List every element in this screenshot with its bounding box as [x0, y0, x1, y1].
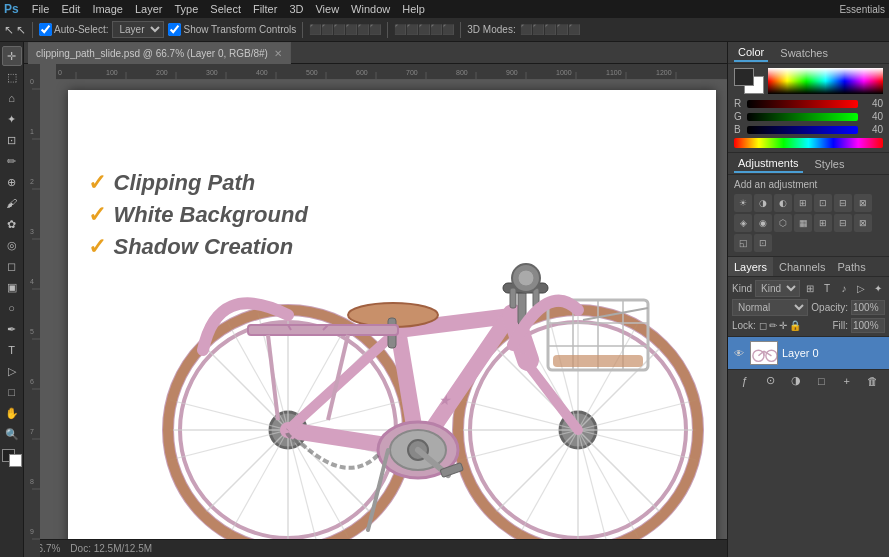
- exposure-adj-icon[interactable]: ⊞: [794, 194, 812, 212]
- fg-bg-colors[interactable]: [2, 449, 22, 469]
- menu-file[interactable]: File: [27, 0, 55, 18]
- invert-adj-icon[interactable]: ⊞: [814, 214, 832, 232]
- text-tool[interactable]: T: [2, 340, 22, 360]
- styles-tab[interactable]: Styles: [811, 156, 849, 172]
- fill-input[interactable]: [851, 318, 885, 333]
- color-tab[interactable]: Color: [734, 44, 768, 62]
- spot-heal-tool[interactable]: ⊕: [2, 172, 22, 192]
- eraser-tool[interactable]: ◻: [2, 256, 22, 276]
- menu-type[interactable]: Type: [170, 0, 204, 18]
- gradmap-adj-icon[interactable]: ◱: [734, 234, 752, 252]
- svg-text:★: ★: [438, 392, 452, 408]
- add-mask-btn[interactable]: ⊙: [762, 373, 778, 389]
- lock-all-icon[interactable]: 🔒: [789, 320, 801, 331]
- zoom-tool[interactable]: 🔍: [2, 424, 22, 444]
- auto-select-dropdown[interactable]: Layer: [112, 21, 164, 38]
- dodge-tool[interactable]: ○: [2, 298, 22, 318]
- background-color[interactable]: [9, 454, 22, 467]
- layer-0-item[interactable]: 👁 Layer 0: [728, 337, 889, 369]
- fg-bg-swatch[interactable]: [734, 68, 764, 94]
- opacity-input[interactable]: [851, 300, 885, 315]
- layers-tab[interactable]: Layers: [728, 257, 773, 276]
- g-slider[interactable]: [747, 113, 858, 121]
- menu-3d[interactable]: 3D: [284, 0, 308, 18]
- menu-window[interactable]: Window: [346, 0, 395, 18]
- lock-transparent-icon[interactable]: ◻: [759, 320, 767, 331]
- layer-visibility-toggle[interactable]: 👁: [732, 346, 746, 360]
- layer-icon-2[interactable]: T: [820, 282, 834, 296]
- move-tool[interactable]: ✛: [2, 46, 22, 66]
- clone-tool[interactable]: ✿: [2, 214, 22, 234]
- kind-dropdown[interactable]: Kind: [755, 280, 800, 297]
- channels-tab[interactable]: Channels: [773, 257, 831, 276]
- selectcolor-adj-icon[interactable]: ⊡: [754, 234, 772, 252]
- colorlookup-adj-icon[interactable]: ▦: [794, 214, 812, 232]
- add-adjustment-btn[interactable]: ◑: [788, 373, 804, 389]
- vibrance-adj-icon[interactable]: ⊡: [814, 194, 832, 212]
- opacity-label: Opacity:: [811, 302, 848, 313]
- swatches-tab[interactable]: Swatches: [776, 45, 832, 61]
- layer-icon-3[interactable]: ♪: [837, 282, 851, 296]
- threshold-adj-icon[interactable]: ⊠: [854, 214, 872, 232]
- svg-line-104: [268, 335, 278, 420]
- menu-filter[interactable]: Filter: [248, 0, 282, 18]
- add-layer-btn[interactable]: +: [839, 373, 855, 389]
- transform-checkbox[interactable]: [168, 23, 181, 36]
- channelmix-adj-icon[interactable]: ⬡: [774, 214, 792, 232]
- pen-tool[interactable]: ✒: [2, 319, 22, 339]
- color-panel: R 40 G 40 B 40: [728, 64, 889, 153]
- adjustments-tab[interactable]: Adjustments: [734, 155, 803, 173]
- color-spectrum[interactable]: [768, 68, 883, 94]
- add-style-btn[interactable]: ƒ: [737, 373, 753, 389]
- hand-tool[interactable]: ✋: [2, 403, 22, 423]
- document-tab[interactable]: clipping_path_slide.psd @ 66.7% (Layer 0…: [28, 42, 291, 64]
- lasso-tool[interactable]: ⌂: [2, 88, 22, 108]
- brightness-adj-icon[interactable]: ☀: [734, 194, 752, 212]
- layers-bottom-icons: ƒ ⊙ ◑ □ + 🗑: [728, 369, 889, 391]
- hsl-adj-icon[interactable]: ⊟: [834, 194, 852, 212]
- layer-thumb-svg: [751, 341, 777, 365]
- svg-text:4: 4: [30, 278, 34, 285]
- hue-bar[interactable]: [734, 138, 883, 148]
- lock-image-icon[interactable]: ✏: [769, 320, 777, 331]
- checklist-item-1: ✓ Clipping Path: [88, 170, 308, 196]
- select-tool[interactable]: ⬚: [2, 67, 22, 87]
- paths-tab[interactable]: Paths: [832, 257, 872, 276]
- lock-label: Lock:: [732, 320, 756, 331]
- bw-adj-icon[interactable]: ◈: [734, 214, 752, 232]
- add-group-btn[interactable]: □: [813, 373, 829, 389]
- layer-icon-1[interactable]: ⊞: [803, 282, 817, 296]
- curves-adj-icon[interactable]: ◐: [774, 194, 792, 212]
- shape-tool[interactable]: □: [2, 382, 22, 402]
- close-tab-icon[interactable]: ✕: [274, 48, 282, 59]
- menu-edit[interactable]: Edit: [56, 0, 85, 18]
- auto-select-checkbox[interactable]: [39, 23, 52, 36]
- levels-adj-icon[interactable]: ◑: [754, 194, 772, 212]
- menu-image[interactable]: Image: [87, 0, 128, 18]
- menu-help[interactable]: Help: [397, 0, 430, 18]
- menu-view[interactable]: View: [310, 0, 344, 18]
- layer-icon-5[interactable]: ✦: [871, 282, 885, 296]
- menu-select[interactable]: Select: [205, 0, 246, 18]
- b-label: B: [734, 124, 744, 135]
- eyedropper-tool[interactable]: ✏: [2, 151, 22, 171]
- history-tool[interactable]: ◎: [2, 235, 22, 255]
- blend-mode-dropdown[interactable]: Normal: [732, 299, 808, 316]
- crop-tool[interactable]: ⊡: [2, 130, 22, 150]
- foreground-swatch[interactable]: [734, 68, 754, 86]
- svg-text:7: 7: [30, 428, 34, 435]
- magic-wand-tool[interactable]: ✦: [2, 109, 22, 129]
- brush-tool[interactable]: 🖌: [2, 193, 22, 213]
- r-slider[interactable]: [747, 100, 858, 108]
- posterize-adj-icon[interactable]: ⊟: [834, 214, 852, 232]
- delete-layer-btn[interactable]: 🗑: [864, 373, 880, 389]
- path-tool[interactable]: ▷: [2, 361, 22, 381]
- colorbal-adj-icon[interactable]: ⊠: [854, 194, 872, 212]
- photofilter-adj-icon[interactable]: ◉: [754, 214, 772, 232]
- layer-icon-4[interactable]: ▷: [854, 282, 868, 296]
- lock-position-icon[interactable]: ✛: [779, 320, 787, 331]
- b-slider[interactable]: [747, 126, 858, 134]
- left-ruler: 0 1 2 3 4 5 6 7 8: [24, 64, 40, 539]
- gradient-tool[interactable]: ▣: [2, 277, 22, 297]
- menu-layer[interactable]: Layer: [130, 0, 168, 18]
